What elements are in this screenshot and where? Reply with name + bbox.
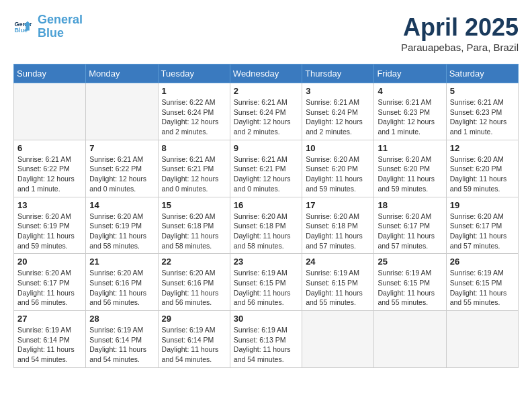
day-info: Sunrise: 6:20 AMSunset: 6:18 PMDaylight:… [234,212,291,250]
calendar-cell: 13 Sunrise: 6:20 AMSunset: 6:19 PMDaylig… [14,197,86,254]
day-info: Sunrise: 6:21 AMSunset: 6:24 PMDaylight:… [234,98,291,136]
day-number: 27 [17,314,82,324]
day-number: 30 [234,314,298,324]
day-info: Sunrise: 6:20 AMSunset: 6:19 PMDaylight:… [17,212,75,250]
header-tuesday: Tuesday [158,64,230,83]
logo: General Blue General Blue [13,13,83,40]
day-number: 7 [89,143,154,153]
calendar-cell: 11 Sunrise: 6:20 AMSunset: 6:20 PMDaylig… [374,140,446,197]
calendar-cell: 1 Sunrise: 6:22 AMSunset: 6:24 PMDayligh… [158,83,230,140]
day-info: Sunrise: 6:20 AMSunset: 6:17 PMDaylight:… [450,212,507,250]
day-info: Sunrise: 6:19 AMSunset: 6:14 PMDaylight:… [89,326,146,363]
day-info: Sunrise: 6:21 AMSunset: 6:24 PMDaylight:… [306,98,363,136]
calendar-title: April 2025 [401,13,519,42]
calendar-week-4: 20 Sunrise: 6:20 AMSunset: 6:17 PMDaylig… [14,254,519,311]
day-number: 18 [378,200,442,210]
day-number: 11 [378,143,442,153]
day-info: Sunrise: 6:19 AMSunset: 6:15 PMDaylight:… [378,269,435,306]
calendar-header-row: SundayMondayTuesdayWednesdayThursdayFrid… [14,64,519,83]
day-info: Sunrise: 6:21 AMSunset: 6:21 PMDaylight:… [234,155,291,193]
calendar-cell: 12 Sunrise: 6:20 AMSunset: 6:20 PMDaylig… [446,140,518,197]
day-number: 26 [450,257,515,267]
day-number: 15 [162,200,226,210]
day-info: Sunrise: 6:19 AMSunset: 6:15 PMDaylight:… [306,269,363,306]
calendar-cell: 9 Sunrise: 6:21 AMSunset: 6:21 PMDayligh… [230,140,302,197]
day-info: Sunrise: 6:20 AMSunset: 6:16 PMDaylight:… [89,269,146,306]
title-area: April 2025 Parauapebas, Para, Brazil [401,13,519,53]
svg-text:Blue: Blue [14,27,28,34]
calendar-cell: 19 Sunrise: 6:20 AMSunset: 6:17 PMDaylig… [446,197,518,254]
day-number: 24 [306,257,370,267]
calendar-cell: 20 Sunrise: 6:20 AMSunset: 6:17 PMDaylig… [14,254,86,311]
day-info: Sunrise: 6:20 AMSunset: 6:16 PMDaylight:… [162,269,219,306]
calendar-cell: 3 Sunrise: 6:21 AMSunset: 6:24 PMDayligh… [302,83,374,140]
day-number: 22 [162,257,226,267]
logo-text-line1: General [38,13,83,27]
day-number: 17 [306,200,370,210]
header-sunday: Sunday [14,64,86,83]
day-info: Sunrise: 6:20 AMSunset: 6:20 PMDaylight:… [378,155,435,193]
day-info: Sunrise: 6:19 AMSunset: 6:14 PMDaylight:… [162,326,219,363]
day-info: Sunrise: 6:19 AMSunset: 6:14 PMDaylight:… [17,326,75,363]
day-number: 13 [17,200,82,210]
day-number: 10 [306,143,370,153]
calendar-cell [86,83,158,140]
day-number: 16 [234,200,298,210]
calendar-cell [446,311,518,368]
calendar-week-2: 6 Sunrise: 6:21 AMSunset: 6:22 PMDayligh… [14,140,519,197]
logo-text-line2: Blue [38,27,83,40]
day-number: 14 [89,200,154,210]
calendar-cell: 28 Sunrise: 6:19 AMSunset: 6:14 PMDaylig… [86,311,158,368]
calendar-cell: 2 Sunrise: 6:21 AMSunset: 6:24 PMDayligh… [230,83,302,140]
day-info: Sunrise: 6:21 AMSunset: 6:21 PMDaylight:… [162,155,219,193]
calendar-cell: 15 Sunrise: 6:20 AMSunset: 6:18 PMDaylig… [158,197,230,254]
day-number: 5 [450,86,515,96]
calendar-cell: 26 Sunrise: 6:19 AMSunset: 6:15 PMDaylig… [446,254,518,311]
header-thursday: Thursday [302,64,374,83]
day-number: 1 [162,86,226,96]
calendar-week-3: 13 Sunrise: 6:20 AMSunset: 6:19 PMDaylig… [14,197,519,254]
day-info: Sunrise: 6:20 AMSunset: 6:20 PMDaylight:… [450,155,507,193]
calendar-cell: 17 Sunrise: 6:20 AMSunset: 6:18 PMDaylig… [302,197,374,254]
day-number: 28 [89,314,154,324]
day-number: 2 [234,86,298,96]
day-number: 9 [234,143,298,153]
day-info: Sunrise: 6:22 AMSunset: 6:24 PMDaylight:… [162,98,219,136]
day-number: 29 [162,314,226,324]
day-info: Sunrise: 6:19 AMSunset: 6:13 PMDaylight:… [234,326,291,363]
calendar-week-5: 27 Sunrise: 6:19 AMSunset: 6:14 PMDaylig… [14,311,519,368]
calendar-cell: 4 Sunrise: 6:21 AMSunset: 6:23 PMDayligh… [374,83,446,140]
day-info: Sunrise: 6:20 AMSunset: 6:17 PMDaylight:… [17,269,75,306]
calendar-cell: 23 Sunrise: 6:19 AMSunset: 6:15 PMDaylig… [230,254,302,311]
calendar-cell: 6 Sunrise: 6:21 AMSunset: 6:22 PMDayligh… [14,140,86,197]
calendar-cell: 24 Sunrise: 6:19 AMSunset: 6:15 PMDaylig… [302,254,374,311]
day-info: Sunrise: 6:21 AMSunset: 6:22 PMDaylight:… [17,155,75,193]
logo-icon: General Blue [13,17,32,36]
day-info: Sunrise: 6:20 AMSunset: 6:20 PMDaylight:… [306,155,363,193]
day-info: Sunrise: 6:20 AMSunset: 6:19 PMDaylight:… [89,212,146,250]
day-number: 21 [89,257,154,267]
calendar-cell: 29 Sunrise: 6:19 AMSunset: 6:14 PMDaylig… [158,311,230,368]
day-info: Sunrise: 6:19 AMSunset: 6:15 PMDaylight:… [234,269,291,306]
calendar-cell [302,311,374,368]
calendar-week-1: 1 Sunrise: 6:22 AMSunset: 6:24 PMDayligh… [14,83,519,140]
calendar-cell [374,311,446,368]
day-info: Sunrise: 6:20 AMSunset: 6:18 PMDaylight:… [162,212,219,250]
day-info: Sunrise: 6:21 AMSunset: 6:22 PMDaylight:… [89,155,146,193]
calendar-table: SundayMondayTuesdayWednesdayThursdayFrid… [13,64,519,368]
day-info: Sunrise: 6:19 AMSunset: 6:15 PMDaylight:… [450,269,507,306]
day-info: Sunrise: 6:21 AMSunset: 6:23 PMDaylight:… [378,98,435,136]
day-number: 20 [17,257,82,267]
day-number: 23 [234,257,298,267]
day-number: 12 [450,143,515,153]
day-number: 19 [450,200,515,210]
calendar-cell: 5 Sunrise: 6:21 AMSunset: 6:23 PMDayligh… [446,83,518,140]
header-monday: Monday [86,64,158,83]
day-info: Sunrise: 6:20 AMSunset: 6:17 PMDaylight:… [378,212,435,250]
page-header: General Blue General Blue April 2025 Par… [13,13,519,53]
calendar-cell: 10 Sunrise: 6:20 AMSunset: 6:20 PMDaylig… [302,140,374,197]
header-friday: Friday [374,64,446,83]
day-number: 6 [17,143,82,153]
header-wednesday: Wednesday [230,64,302,83]
day-info: Sunrise: 6:21 AMSunset: 6:23 PMDaylight:… [450,98,507,136]
